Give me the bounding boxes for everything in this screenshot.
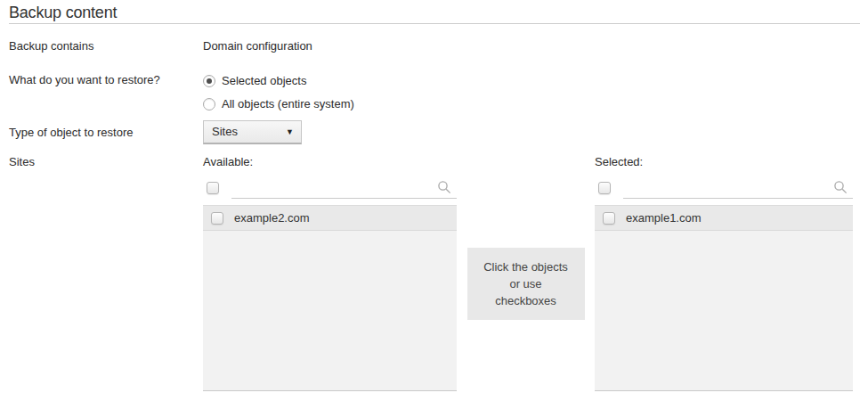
list-item[interactable]: example1.com: [595, 205, 853, 231]
search-icon: [833, 180, 848, 198]
restore-scope-label: What do you want to restore?: [9, 73, 203, 87]
available-search-input[interactable]: [231, 176, 457, 199]
transfer-hint: Click the objects or use checkboxes: [467, 248, 585, 320]
transfer-hint-line: Click the objects: [483, 258, 568, 275]
available-column: Available:: [203, 155, 457, 391]
object-type-row: Type of object to restore Sites ▼: [9, 120, 860, 144]
object-type-select-value: Sites: [212, 125, 238, 139]
transfer-hint-column: Click the objects or use checkboxes: [457, 155, 595, 391]
available-select-all-checkbox[interactable]: [207, 182, 219, 194]
all-objects-radio[interactable]: [203, 98, 215, 110]
available-title: Available:: [203, 155, 457, 168]
transfer-hint-line: or use: [509, 275, 541, 292]
backup-contains-label: Backup contains: [9, 39, 203, 53]
selected-search-input[interactable]: [623, 176, 853, 199]
available-item-label: example2.com: [234, 211, 310, 225]
dropdown-arrow-icon: ▼: [286, 128, 294, 136]
restore-form: Backup contains Domain configuration Wha…: [0, 39, 868, 391]
selected-search-row: [595, 176, 853, 200]
backup-contains-value: Domain configuration: [203, 39, 860, 53]
restore-option-selected-objects[interactable]: Selected objects: [203, 73, 860, 89]
backup-contains-row: Backup contains Domain configuration: [9, 39, 860, 53]
restore-option-all-objects[interactable]: All objects (entire system): [203, 96, 860, 112]
available-item-checkbox[interactable]: [211, 212, 223, 225]
search-icon: [437, 180, 451, 198]
sites-dual-list: Available:: [203, 155, 860, 391]
transfer-hint-line: checkboxes: [495, 292, 556, 309]
radio-option-label: Selected objects: [222, 74, 306, 88]
available-list: example2.com: [203, 205, 457, 391]
object-type-label: Type of object to restore: [9, 126, 203, 140]
restore-scope-options: Selected objects All objects (entire sys…: [203, 73, 860, 112]
available-search-row: [203, 176, 457, 200]
selected-select-all-checkbox[interactable]: [598, 182, 611, 194]
restore-scope-row: What do you want to restore? Selected ob…: [9, 73, 860, 112]
sites-row: Sites Available:: [9, 155, 860, 391]
selected-title: Selected:: [595, 155, 853, 168]
selected-item-label: example1.com: [626, 211, 702, 225]
page-title: Backup content: [9, 0, 860, 24]
selected-list: example1.com: [595, 205, 853, 391]
selected-objects-radio[interactable]: [203, 75, 215, 87]
selected-column: Selected:: [595, 155, 853, 391]
sites-label: Sites: [9, 155, 203, 169]
backup-content-page: Backup content Backup contains Domain co…: [0, 0, 868, 391]
radio-option-label: All objects (entire system): [222, 97, 354, 111]
selected-item-checkbox[interactable]: [603, 212, 615, 225]
list-item[interactable]: example2.com: [203, 205, 457, 231]
object-type-select[interactable]: Sites ▼: [203, 120, 302, 144]
